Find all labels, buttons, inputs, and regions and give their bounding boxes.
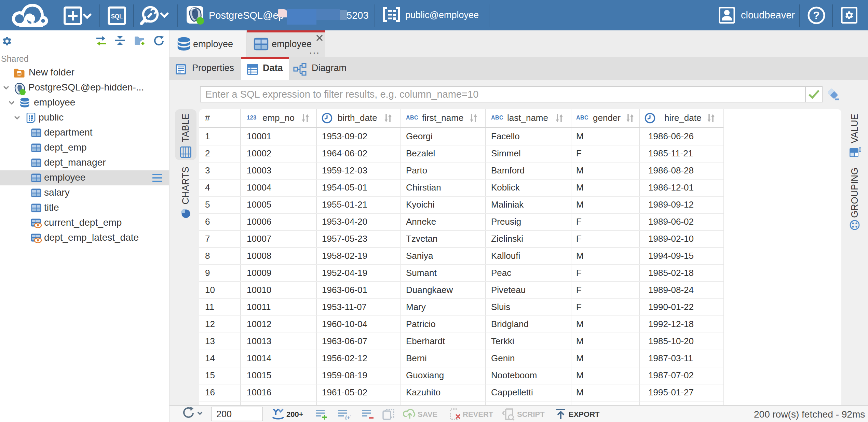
svg-text:?: ?	[813, 9, 820, 22]
svg-text:(+): (+)	[345, 415, 351, 420]
svg-text:SQL: SQL	[111, 13, 123, 20]
